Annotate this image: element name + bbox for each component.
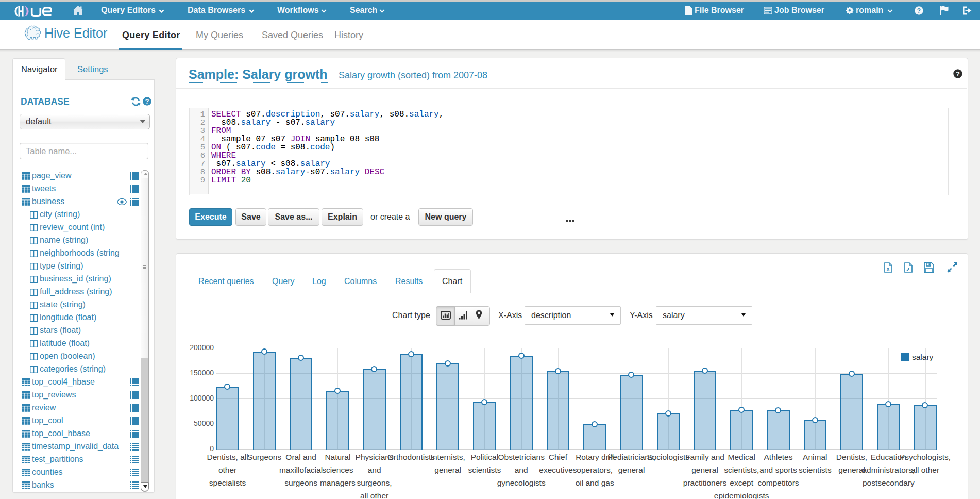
svg-text:?: ? <box>917 7 921 14</box>
svg-text:?: ? <box>145 98 149 105</box>
svg-text:x: x <box>887 266 890 272</box>
svg-text:?: ? <box>956 70 960 78</box>
